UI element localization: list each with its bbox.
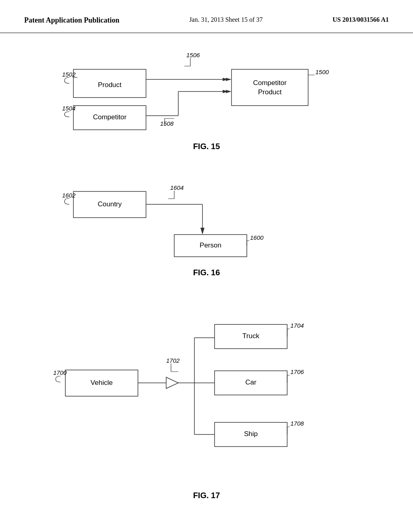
product-label: Product — [98, 81, 122, 89]
ref-1602: 1602 — [62, 192, 76, 199]
ref-1600: 1600 — [250, 234, 264, 241]
svg-marker-12 — [166, 377, 178, 389]
fig17-diagram: Vehicle 1700 1702 Truck — [41, 301, 372, 487]
competitor-product-label-line1: Competitor — [253, 79, 286, 87]
competitor-product-label-line2: Product — [258, 88, 282, 96]
page-header: Patent Application Publication Jan. 31, … — [0, 0, 413, 33]
fig16-caption: FIG. 16 — [24, 268, 389, 277]
ref-1502: 1502 — [62, 71, 76, 78]
fig16-diagram: Country 1602 1604 Person 1600 — [41, 175, 372, 264]
ref-1702: 1702 — [166, 357, 180, 364]
ref-1500: 1500 — [315, 69, 329, 75]
competitor-label: Competitor — [93, 113, 126, 121]
ref-1700: 1700 — [53, 369, 67, 376]
ref-1604: 1604 — [170, 184, 184, 191]
fig17-caption: FIG. 17 — [24, 491, 389, 500]
country-label: Country — [98, 200, 122, 208]
header-left-label: Patent Application Publication — [24, 16, 119, 25]
svg-marker-7 — [226, 90, 232, 93]
truck-label: Truck — [242, 332, 259, 340]
car-label: Car — [245, 378, 257, 386]
fig15-caption: FIG. 15 — [24, 142, 389, 151]
figure-15: 1506 1500 Product 1502 Competitor 1504 — [24, 45, 389, 151]
fig15-diagram: 1506 1500 Product 1502 Competitor 1504 — [41, 45, 372, 138]
page-content: 1506 1500 Product 1502 Competitor 1504 — [0, 37, 413, 532]
ref-1506: 1506 — [186, 52, 200, 58]
ref-1704: 1704 — [290, 322, 304, 329]
ref-1708: 1708 — [290, 420, 304, 427]
ship-label: Ship — [244, 430, 258, 438]
ref-1706: 1706 — [290, 368, 304, 375]
header-center-label: Jan. 31, 2013 Sheet 15 of 37 — [189, 16, 263, 23]
svg-marker-2 — [226, 78, 232, 81]
competitor-product-box — [232, 69, 308, 106]
svg-marker-10 — [200, 228, 204, 235]
ref-1508: 1508 — [160, 120, 174, 127]
figure-17: Vehicle 1700 1702 Truck — [24, 301, 389, 500]
header-right-label: US 2013/0031566 A1 — [332, 16, 389, 23]
ref-1504: 1504 — [62, 105, 75, 112]
vehicle-label: Vehicle — [91, 379, 113, 387]
person-label: Person — [200, 241, 221, 249]
figure-16: Country 1602 1604 Person 1600 FIG. 16 — [24, 175, 389, 277]
